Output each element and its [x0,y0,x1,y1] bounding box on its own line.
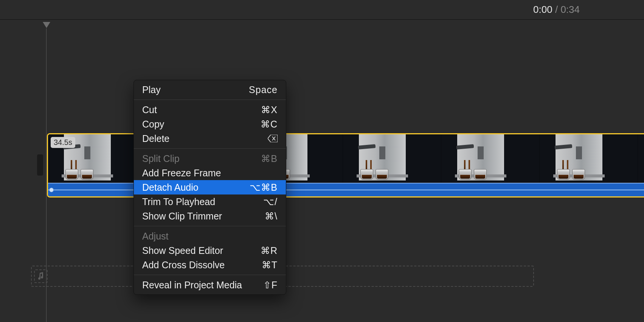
menu-item-detach-audio[interactable]: Detach Audio ⌥⌘B [134,180,286,194]
menu-item-shortcut: ⌘R [261,245,278,256]
time-separator: / [555,4,558,15]
menu-separator [134,226,286,226]
menu-item-label: Play [142,84,161,95]
menu-item-label: Show Clip Trimmer [142,210,222,222]
menu-item-label: Reveal in Project Media [142,279,242,291]
audio-keyframe-handle[interactable] [49,188,54,192]
menu-separator [134,275,286,275]
menu-item-cut[interactable]: Cut ⌘X [134,103,286,117]
clip-edge-handle[interactable] [37,154,43,176]
menu-item-split-clip: Split Clip ⌘B [134,151,286,166]
playhead-marker-icon[interactable] [43,22,50,30]
menu-item-add-cross-dissolve[interactable]: Add Cross Dissolve ⌘T [134,258,286,272]
menu-item-label: Copy [142,118,164,130]
menu-item-shortcut: ⌘X [261,104,278,115]
menu-item-label: Show Speed Editor [142,245,223,256]
clip-context-menu: Play Space Cut ⌘X Copy ⌘C Delete Split C… [133,80,286,295]
menu-item-shortcut: ⌥/ [263,196,278,207]
menu-item-shortcut: ⌘\ [265,210,278,222]
time-total: 0:34 [560,4,580,15]
menu-item-shortcut: ⌘C [261,118,278,130]
menu-item-delete[interactable]: Delete [134,131,286,146]
menu-item-shortcut: ⌘B [261,153,278,164]
svg-marker-0 [43,22,50,28]
clip-thumbnail [540,134,638,184]
menu-item-trim-to-playhead[interactable]: Trim To Playhead ⌥/ [134,194,286,209]
menu-item-label: Delete [142,133,169,144]
clip-duration-badge: 34.5s [51,137,75,148]
clip-thumbnail [343,134,441,184]
menu-item-label: Add Freeze Frame [142,167,221,179]
clip-thumbnail [441,134,540,184]
header-divider [0,19,644,20]
menu-item-add-freeze-frame[interactable]: Add Freeze Frame [134,166,286,180]
menu-item-label: Cut [142,104,157,115]
menu-item-reveal-in-project-media[interactable]: Reveal in Project Media ⇧F [134,278,286,292]
menu-separator [134,100,286,100]
menu-item-show-clip-trimmer[interactable]: Show Clip Trimmer ⌘\ [134,209,286,223]
menu-item-shortcut: ⇧F [263,279,278,291]
menu-item-adjust: Adjust [134,229,286,243]
menu-item-play[interactable]: Play Space [134,82,286,97]
backspace-icon [268,135,278,142]
menu-item-label: Detach Audio [142,182,199,193]
music-note-icon [34,269,48,283]
time-readout: 0:00 / 0:34 [533,4,580,16]
menu-item-copy[interactable]: Copy ⌘C [134,117,286,131]
menu-separator [134,148,286,149]
menu-item-label: Add Cross Dissolve [142,259,225,271]
clip-thumbnail [638,134,644,184]
menu-item-label: Split Clip [142,153,180,164]
time-current: 0:00 [533,4,552,15]
menu-item-label: Adjust [142,230,168,242]
menu-item-label: Trim To Playhead [142,196,215,207]
menu-item-shortcut: Space [249,84,278,95]
menu-item-show-speed-editor[interactable]: Show Speed Editor ⌘R [134,243,286,258]
menu-item-shortcut: ⌥⌘B [250,182,278,193]
menu-item-shortcut: ⌘T [262,259,278,271]
